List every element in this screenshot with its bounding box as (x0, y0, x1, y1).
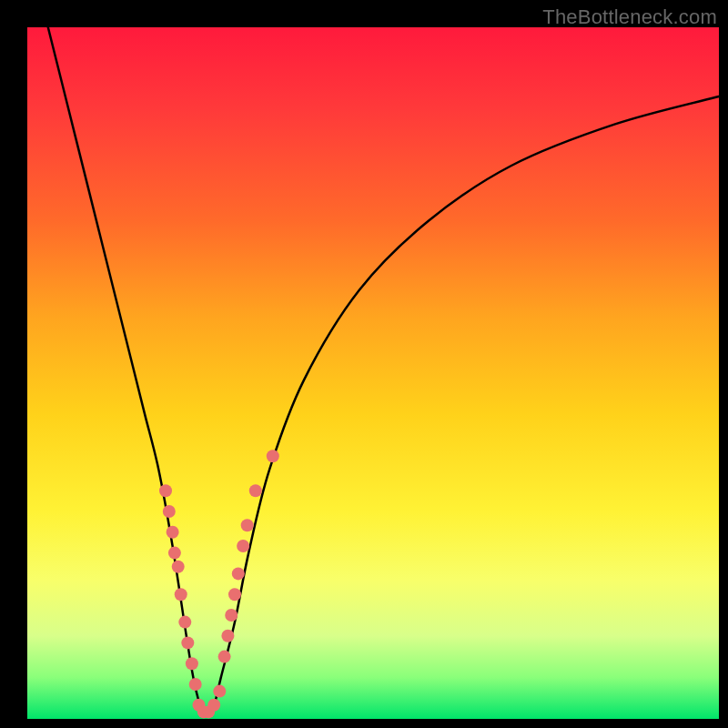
marker-dot (175, 588, 187, 601)
data-markers (159, 450, 279, 718)
marker-dot (232, 567, 245, 580)
marker-dot (189, 678, 202, 691)
marker-dot (237, 540, 249, 552)
marker-dot (159, 484, 172, 497)
marker-dot (186, 657, 198, 670)
chart-svg (27, 27, 719, 719)
marker-dot (167, 526, 179, 539)
marker-dot (267, 450, 279, 462)
marker-dot (213, 685, 226, 698)
marker-dot (221, 630, 234, 642)
watermark-label: TheBottleneck.com (542, 5, 717, 29)
marker-dot (225, 609, 238, 622)
marker-dot (228, 588, 241, 601)
bottleneck-curve (48, 27, 719, 712)
marker-dot (163, 505, 176, 518)
marker-dot (168, 547, 181, 560)
marker-dot (207, 699, 220, 712)
marker-dot (241, 519, 254, 531)
marker-dot (218, 651, 231, 663)
marker-dot (172, 561, 185, 573)
chart-frame: TheBottleneck.com (0, 0, 728, 728)
marker-dot (181, 636, 194, 649)
marker-dot (178, 616, 191, 629)
plot-area (27, 27, 719, 719)
marker-dot (249, 484, 262, 497)
